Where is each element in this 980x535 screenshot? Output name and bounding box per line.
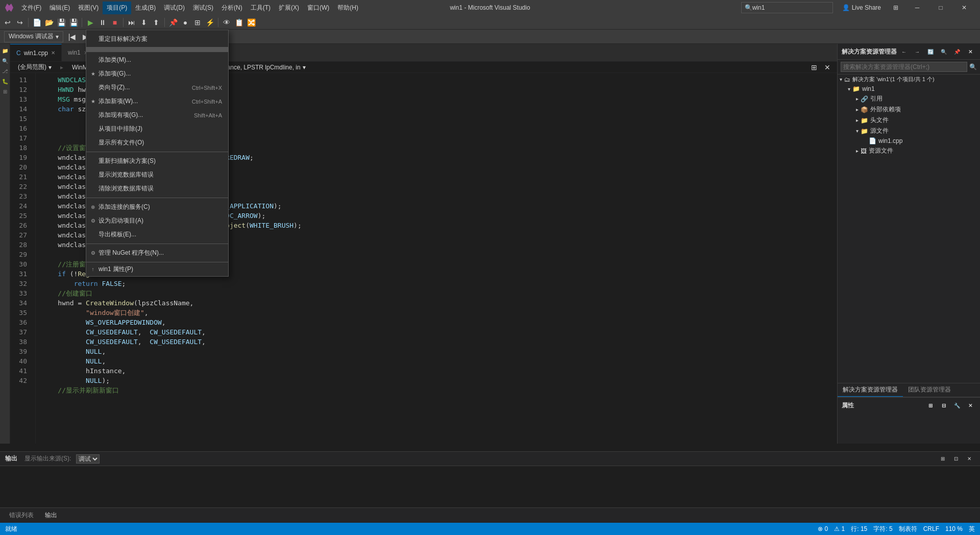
menu-project[interactable]: 项目(P) [103, 2, 131, 14]
se-pin-btn[interactable]: 📌 [951, 46, 963, 57]
se-back-btn[interactable]: ← [898, 46, 910, 57]
dd-add-service-label: 添加连接的服务(C) [99, 203, 150, 211]
menu-window[interactable]: 窗口(W) [303, 2, 333, 14]
status-encoding: 制表符 [899, 525, 917, 533]
se-sync-btn[interactable]: 🔄 [925, 46, 936, 57]
title-bar: 文件(F) 编辑(E) 视图(V) 项目(P) 生成(B) 调试(D) 测试(S… [0, 0, 980, 15]
save-button[interactable]: 💾 [56, 17, 67, 28]
menu-debug[interactable]: 调试(D) [160, 2, 189, 14]
tree-headers[interactable]: ▸ 📁 头文件 [838, 115, 980, 126]
dd-add-exist[interactable]: 添加现有项(G)... Shift+Alt+A [86, 108, 228, 122]
dd-wizard[interactable]: 类向导(Z)... Ctrl+Shift+X [86, 81, 228, 94]
start-debug-button[interactable]: ▶ [85, 17, 96, 28]
output-btn-3[interactable]: ✕ [964, 453, 975, 465]
minimize-button[interactable]: ─ [905, 0, 929, 15]
watch-button[interactable]: 👁 [221, 17, 232, 28]
step-into-button[interactable]: ⬇ [138, 17, 150, 28]
maximize-button[interactable]: □ [929, 0, 952, 15]
locals-button[interactable]: 📋 [233, 17, 244, 28]
tree-solution[interactable]: ▾ 🗂 解决方案 'win1'(1 个项目/共 1 个) [838, 75, 980, 84]
status-line-ending: CRLF [923, 525, 939, 532]
dd-remove[interactable]: 从项目中排除(J) [86, 122, 228, 136]
stop-button[interactable]: ■ [109, 17, 120, 28]
panel-options-1[interactable]: ⊞ [808, 62, 820, 73]
tree-refs[interactable]: ▸ 🔗 引用 [838, 93, 980, 104]
tree-resources[interactable]: ▸ 🖼 资源文件 [838, 145, 980, 156]
menu-test[interactable]: 测试(S) [189, 2, 217, 14]
dd-properties[interactable]: ↑ win1 属性(P) [86, 262, 228, 276]
pin-button[interactable]: 📌 [167, 17, 179, 28]
dd-remove-label: 从项目中排除(J) [99, 125, 142, 133]
debug-target-dropdown[interactable]: Windows 调试器 ▾ [4, 31, 63, 42]
menu-view[interactable]: 视图(V) [74, 2, 103, 14]
activity-explorer[interactable]: 📁 [1, 46, 10, 55]
global-search-box[interactable]: 🔍 [741, 2, 833, 13]
scope-dropdown[interactable]: (全局范围) ▾ [14, 62, 55, 72]
global-search-input[interactable] [752, 4, 814, 11]
dd-nuget[interactable]: ⚙ 管理 NuGet 程序包(N)... [86, 246, 228, 260]
live-share-button[interactable]: 👤 Live Share [837, 2, 886, 13]
panel-options-2[interactable]: ✕ [822, 62, 833, 73]
se-fwd-btn[interactable]: → [912, 46, 923, 57]
attach-button[interactable]: ⏸ [97, 17, 108, 28]
dd-add-new[interactable]: ★ 添加新项(W)... Ctrl+Shift+A [86, 94, 228, 108]
props-btn-2[interactable]: ⊟ [938, 400, 949, 411]
dd-set-startup[interactable]: ⚙ 设为启动项目(A) [86, 214, 228, 228]
props-btn-3[interactable]: 🔧 [951, 400, 963, 411]
menu-tools[interactable]: 工具(T) [247, 2, 275, 14]
props-btn-4[interactable]: ✕ [965, 400, 976, 411]
step-out-button[interactable]: ⬆ [151, 17, 162, 28]
menu-build[interactable]: 生成(B) [131, 2, 160, 14]
dd-clear-browse-err[interactable]: 清除浏览数据库错误 [86, 182, 228, 196]
dd-show-browse-err[interactable]: 显示浏览数据库错误 [86, 168, 228, 182]
dd-add-class[interactable]: 添加类(M)... [86, 53, 228, 67]
open-file-button[interactable]: 📂 [43, 17, 55, 28]
output-source-select[interactable]: 调试 [76, 454, 100, 464]
redo-button[interactable]: ↪ [14, 17, 26, 28]
menu-extensions[interactable]: 扩展(X) [275, 2, 303, 14]
tree-extdeps[interactable]: ▸ 📦 外部依赖项 [838, 104, 980, 115]
dd-add-item[interactable]: ★ 添加项(G)... [86, 67, 228, 81]
dd-export-template[interactable]: 导出模板(E)... [86, 228, 228, 241]
tab-error-list[interactable]: 错误列表 [5, 509, 38, 522]
se-close-btn[interactable]: ✕ [965, 46, 976, 57]
menu-analyze[interactable]: 分析(N) [217, 2, 247, 14]
solution-search-input[interactable] [841, 62, 967, 72]
dd-rescan[interactable]: 重新扫描解决方案(S) [86, 154, 228, 168]
dd-export-label: 导出模板(E)... [99, 230, 136, 239]
tree-sources[interactable]: ▾ 📁 源文件 [838, 126, 980, 136]
save-all-button[interactable]: 💾 [68, 17, 79, 28]
dropdown-section-2: 重新扫描解决方案(S) 显示浏览数据库错误 清除浏览数据库错误 [86, 152, 228, 198]
se-filter-btn[interactable]: 🔍 [938, 46, 949, 57]
activity-extensions[interactable]: ⊞ [1, 87, 10, 96]
output-btn-2[interactable]: ⊡ [950, 453, 962, 465]
debug-nav-1[interactable]: |◀ [66, 31, 78, 42]
bkpt-button[interactable]: ● [180, 17, 191, 28]
dd-add-service[interactable]: ⊕ 添加连接的服务(C) [86, 200, 228, 214]
threads-button[interactable]: 🔀 [246, 17, 257, 28]
close-button[interactable]: ✕ [952, 0, 976, 15]
exception-button[interactable]: ⚡ [204, 17, 215, 28]
menu-help[interactable]: 帮助(H) [333, 2, 362, 14]
activity-search[interactable]: 🔍 [1, 56, 10, 65]
undo-button[interactable]: ↩ [2, 17, 13, 28]
props-btn-1[interactable]: ⊞ [925, 400, 936, 411]
tree-win1[interactable]: ▾ 📁 win1 [838, 84, 980, 93]
debug-target-label: Windows 调试器 [9, 32, 54, 41]
dd-show-all[interactable]: 显示所有文件(O) [86, 136, 228, 150]
dd-retarget[interactable]: 重定目标解决方案 [86, 32, 228, 46]
tab-win1-cpp[interactable]: C win1.cpp ✕ [10, 44, 62, 61]
menu-file[interactable]: 文件(F) [17, 2, 45, 14]
tree-win1cpp[interactable]: ▸ 📄 win1.cpp [838, 136, 980, 145]
step-over-button[interactable]: ⏭ [126, 17, 137, 28]
rpanel-tab-team[interactable]: 团队资源管理器 [903, 383, 956, 397]
tab-close-win1-cpp[interactable]: ✕ [51, 50, 55, 56]
activity-git[interactable]: ⎇ [1, 66, 10, 76]
new-file-button[interactable]: 📄 [31, 17, 42, 28]
tab-output[interactable]: 输出 [41, 509, 61, 522]
activity-debug[interactable]: 🐛 [1, 77, 10, 86]
output-btn-1[interactable]: ⊞ [937, 453, 948, 465]
menu-edit[interactable]: 编辑(E) [45, 2, 74, 14]
rpanel-tab-solution[interactable]: 解决方案资源管理器 [838, 383, 903, 397]
bkpt-win-button[interactable]: ⊞ [192, 17, 203, 28]
